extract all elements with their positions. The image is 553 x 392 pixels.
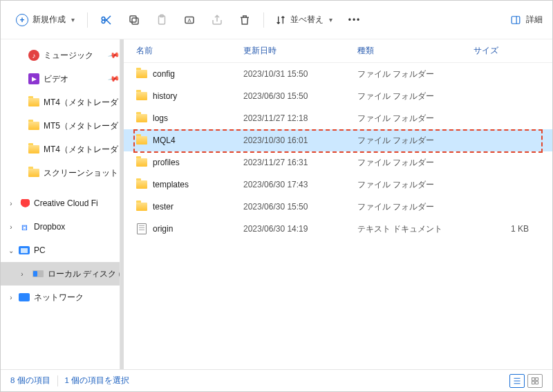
rename-icon: A — [183, 14, 196, 26]
status-bar: 8 個の項目 1 個の項目を選択 — [1, 369, 552, 391]
folder-icon — [28, 144, 39, 155]
folder-icon — [136, 91, 147, 102]
svg-rect-8 — [532, 377, 535, 380]
video-icon: ▶ — [28, 73, 39, 84]
file-type: ファイル フォルダー — [357, 179, 474, 191]
sort-icon — [275, 15, 286, 26]
chevron-down-icon: ▾ — [71, 16, 75, 24]
view-details-button[interactable] — [509, 374, 525, 388]
folder-icon — [136, 68, 147, 80]
copy-button[interactable] — [122, 8, 146, 32]
toolbar-separator — [263, 12, 264, 28]
sidebar-item-label: ネットワーク — [34, 292, 84, 304]
sidebar-item-label: MT4（メタトレーダ — [44, 97, 118, 109]
file-name: origin — [153, 224, 173, 234]
svg-rect-10 — [532, 381, 535, 384]
file-row[interactable]: templates2023/06/30 17:43ファイル フォルダー — [124, 174, 552, 196]
file-name: config — [153, 69, 175, 79]
share-icon — [211, 14, 223, 26]
sidebar-item-label: ビデオ — [44, 73, 68, 85]
view-mode-buttons — [509, 374, 543, 388]
sidebar-item-mt4a[interactable]: MT4（メタトレーダ — [1, 91, 124, 114]
file-row[interactable]: logs2023/11/27 12:18ファイル フォルダー — [124, 107, 552, 129]
file-row[interactable]: config2023/10/31 15:50ファイル フォルダー — [124, 63, 552, 85]
svg-rect-11 — [536, 381, 538, 384]
sidebar-item-dropbox[interactable]: › ⧈ Dropbox — [1, 215, 124, 239]
file-date: 2023/11/27 16:31 — [243, 158, 357, 167]
music-icon: ♪ — [28, 50, 39, 61]
toolbar: + 新規作成 ▾ A 並べ替え ▾ ••• — [1, 1, 552, 39]
sidebar-item-mt5[interactable]: MT5（メタトレーダ — [1, 114, 124, 138]
file-row[interactable]: history2023/06/30 15:50ファイル フォルダー — [124, 85, 552, 107]
list-icon — [513, 377, 521, 385]
sidebar-item-creative-cloud[interactable]: › Creative Cloud Fi — [1, 192, 124, 215]
rename-button[interactable]: A — [178, 8, 201, 32]
sidebar-item-label: ローカル ディスク ( — [48, 268, 122, 280]
column-header-name[interactable]: 名前 — [136, 45, 243, 57]
plus-icon: + — [16, 14, 28, 26]
view-thumbnails-button[interactable] — [527, 374, 543, 388]
sidebar-item-video[interactable]: ▶ ビデオ 📌 — [1, 67, 124, 91]
creative-cloud-icon — [19, 198, 30, 209]
chevron-right-icon: › — [6, 223, 16, 231]
sidebar-item-label: MT4（メタトレーダ — [44, 144, 118, 156]
sidebar-item-label: MT5（メタトレーダ — [44, 120, 118, 132]
sort-button[interactable]: 並べ替え ▾ — [271, 11, 337, 28]
chevron-down-icon: ⌄ — [6, 247, 16, 254]
chevron-right-icon: › — [6, 294, 16, 301]
sidebar-item-label: Creative Cloud Fi — [34, 198, 98, 208]
file-name: logs — [153, 113, 168, 123]
file-name: history — [153, 91, 177, 101]
new-button[interactable]: + 新規作成 ▾ — [10, 11, 80, 29]
sidebar-item-network[interactable]: › ネットワーク — [1, 286, 124, 309]
file-date: 2023/10/30 16:01 — [243, 136, 357, 145]
sidebar-item-mt4b[interactable]: MT4（メタトレーダ — [1, 138, 124, 161]
more-button[interactable]: ••• — [341, 15, 368, 25]
column-header-size[interactable]: サイズ — [474, 45, 529, 57]
sidebar-item-label: スクリーンショット — [44, 167, 118, 179]
sidebar-item-local-disk[interactable]: › ローカル ディスク ( — [1, 262, 124, 286]
svg-rect-0 — [132, 18, 138, 24]
disk-icon — [32, 268, 44, 279]
folder-icon — [136, 135, 147, 146]
file-type: ファイル フォルダー — [357, 157, 474, 169]
column-headers: 名前 更新日時 種類 サイズ — [124, 39, 552, 63]
cut-button[interactable] — [95, 8, 118, 32]
delete-button[interactable] — [233, 8, 256, 32]
share-button — [205, 8, 229, 32]
file-row[interactable]: tester2023/06/30 15:50ファイル フォルダー — [124, 196, 552, 218]
spacer — [1, 185, 124, 192]
sidebar-item-music[interactable]: ♪ ミュージック 📌 — [1, 44, 124, 67]
file-name: templates — [153, 180, 189, 189]
toolbar-separator — [87, 12, 88, 28]
file-row[interactable]: origin2023/06/30 14:19テキスト ドキュメント1 KB — [124, 218, 552, 240]
file-date: 2023/10/31 15:50 — [243, 69, 357, 79]
file-row[interactable]: profiles2023/11/27 16:31ファイル フォルダー — [124, 151, 552, 174]
folder-icon — [136, 113, 147, 124]
details-pane-icon — [509, 15, 522, 25]
column-header-type[interactable]: 種類 — [357, 45, 474, 57]
sidebar-item-pc[interactable]: ⌄ PC — [1, 239, 124, 262]
file-date: 2023/06/30 15:50 — [243, 202, 357, 212]
svg-text:A: A — [187, 17, 191, 24]
file-date: 2023/06/30 14:19 — [243, 224, 357, 234]
file-rows: config2023/10/31 15:50ファイル フォルダーhistory2… — [124, 63, 552, 240]
file-type: ファイル フォルダー — [357, 91, 474, 102]
clipboard-icon — [156, 14, 168, 26]
explorer-window: + 新規作成 ▾ A 並べ替え ▾ ••• — [0, 0, 553, 392]
chevron-down-icon: ▾ — [329, 16, 332, 24]
file-list: 名前 更新日時 種類 サイズ config2023/10/31 15:50ファイ… — [124, 39, 552, 369]
file-type: ファイル フォルダー — [357, 201, 474, 213]
file-date: 2023/11/27 12:18 — [243, 113, 357, 123]
file-row[interactable]: MQL42023/10/30 16:01ファイル フォルダー — [124, 129, 552, 151]
sidebar-item-label: PC — [34, 245, 46, 255]
pc-icon — [19, 245, 30, 256]
column-header-date[interactable]: 更新日時 — [243, 45, 357, 57]
scissors-icon — [100, 14, 113, 26]
sidebar-item-screenshot[interactable]: スクリーンショット — [1, 161, 124, 185]
network-icon — [19, 292, 30, 303]
dropbox-icon: ⧈ — [19, 221, 30, 232]
details-pane-button[interactable]: 詳細 — [509, 14, 543, 26]
file-name: tester — [153, 202, 174, 212]
new-button-label: 新規作成 — [32, 14, 66, 26]
